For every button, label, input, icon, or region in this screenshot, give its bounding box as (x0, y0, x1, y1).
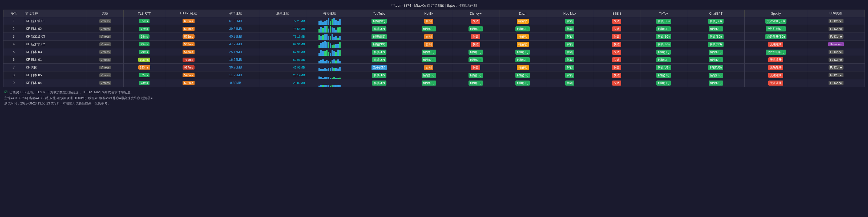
cell-hbo: 解锁 (546, 64, 593, 71)
cell-max-speed: 26.14MB (259, 71, 306, 79)
cell-youtube: 解锁(JP) (353, 56, 405, 64)
cell-spotify: 无法注册 (745, 71, 807, 79)
th-netflix: Netflix (405, 10, 452, 17)
cell-name: KF 新加坡 01 (24, 17, 87, 25)
cell-per-sec (306, 64, 353, 71)
cell-youtube: 解锁(JP) (353, 71, 405, 79)
table-row: 7 KF 美国 Vmess 193ms 987ms 36.76MB 46.91M… (3, 64, 865, 71)
cell-tls-rtt: 98ms (123, 33, 165, 40)
cell-avg-speed: 8.89MB (212, 79, 259, 87)
cell-type: Vmess (87, 48, 123, 56)
th-seq: 序号 (3, 10, 24, 17)
cell-udp: Unknown (807, 40, 865, 48)
cell-https-delay: 531ms (165, 25, 212, 33)
cell-disney: 解锁(JP) (452, 56, 499, 64)
cell-avg-speed: 16.52MB (212, 56, 259, 64)
cell-name: KF 日本 01 (24, 56, 87, 64)
cell-bilibili: 失败 (593, 33, 640, 40)
th-hbo: Hbo Max (546, 10, 593, 17)
cell-avg-speed: 61.92MB (212, 17, 259, 25)
cell-netflix: 自制 (405, 17, 452, 25)
cell-bilibili: 失败 (593, 56, 640, 64)
cell-name: KF 美国 (24, 64, 87, 71)
cell-type: Vmess (87, 71, 123, 79)
cell-name: KF 日本 04 (24, 79, 87, 87)
th-tiktok: TikTok (640, 10, 687, 17)
th-type: 类型 (87, 10, 123, 17)
cell-chatgpt: 解锁(US) (687, 64, 744, 71)
cell-type: Vmess (87, 40, 123, 48)
cell-udp: FullCone (807, 71, 865, 79)
cell-per-sec (306, 40, 353, 48)
cell-seq: 7 (3, 64, 24, 71)
cell-per-sec (306, 71, 353, 79)
cell-netflix: 解锁(JP) (405, 79, 452, 87)
cell-per-sec (306, 33, 353, 40)
cell-dazn: 解锁(JP) (499, 56, 546, 64)
cell-per-sec (306, 79, 353, 87)
cell-netflix: 自制 (405, 64, 452, 71)
cell-spotify: 无法注册 (745, 79, 807, 87)
th-udp: UDP类型 (807, 10, 865, 17)
cell-https-delay: 557ms (165, 40, 212, 48)
title-bar: *.*.com-8874 - MiaoKo 自定义测试 | ffqtest - … (3, 2, 865, 9)
cell-seq: 8 (3, 71, 24, 79)
cell-disney: 解锁(JP) (452, 25, 499, 33)
cell-bilibili: 失败 (593, 17, 640, 25)
cell-dazn: 待解锁 (499, 17, 546, 25)
cell-netflix: 解锁(JP) (405, 25, 452, 33)
cell-youtube: 解锁(JP) (353, 79, 405, 87)
cell-tls-rtt: 108ms (123, 56, 165, 64)
cell-chatgpt: 解锁(JP) (687, 71, 744, 79)
node-info-text: 主端=4.3.3 (696) 喵速=4.3.2 (①东北-哈尔滨联通 [1000… (4, 95, 865, 101)
cell-chatgpt: 解锁(JP) (687, 56, 744, 64)
cell-youtube: 解锁(JP) (353, 48, 405, 56)
cell-chatgpt: 解锁(SG) (687, 33, 744, 40)
table-row: 9 KF 日本 04 Vmess 73ms 608ms 8.89MB 23.80… (3, 79, 865, 87)
cell-netflix: 解锁(JP) (405, 48, 452, 56)
cell-seq: 6 (3, 56, 24, 64)
cell-hbo: 解锁 (546, 33, 593, 40)
cell-spotify: 无法注册 (745, 40, 807, 48)
cell-spotify: 允许注册(JP) (745, 25, 807, 33)
cell-spotify: 允许注册(JP) (745, 48, 807, 56)
cell-bilibili: 失败 (593, 64, 640, 71)
cell-dazn: 解锁(JP) (499, 25, 546, 33)
th-bilibili: BiliBili (593, 10, 640, 17)
cell-youtube: 解锁(JP) (353, 25, 405, 33)
cell-disney: 失败 (452, 17, 499, 25)
cell-disney: 失败 (452, 64, 499, 71)
th-max-speed: 最高速度 (259, 10, 306, 17)
cell-spotify: 无法注册 (745, 56, 807, 64)
table-row: 4 KF 新加坡 02 Vmess 95ms 557ms 47.22MB 69.… (3, 40, 865, 48)
cell-chatgpt: 解锁(SG) (687, 40, 744, 48)
cell-max-speed: 69.91MB (259, 40, 306, 48)
cell-tls-rtt: 193ms (123, 64, 165, 71)
cell-tiktok: 解锁(JP) (640, 71, 687, 79)
cell-netflix: 自制 (405, 40, 452, 48)
cell-seq: 9 (3, 79, 24, 87)
cell-dazn: 解锁(JP) (499, 71, 546, 79)
cell-bilibili: 失败 (593, 40, 640, 48)
cell-youtube: 解锁(SG) (353, 17, 405, 25)
cell-name: KF 日本 02 (24, 25, 87, 33)
cell-seq: 4 (3, 40, 24, 48)
cell-https-delay: 540ms (165, 71, 212, 79)
cell-https-delay: 987ms (165, 64, 212, 71)
cell-https-delay: 761ms (165, 56, 212, 64)
cell-hbo: 解锁 (546, 17, 593, 25)
cell-max-speed: 46.91MB (259, 64, 306, 71)
cell-tls-rtt: 95ms (123, 17, 165, 25)
th-chatgpt: ChatGPT (687, 10, 744, 17)
th-youtube: YouTube (353, 10, 405, 17)
table-body: 1 KF 新加坡 01 Vmess 95ms 653ms 61.92MB 77.… (3, 17, 865, 87)
cell-chatgpt: 解锁(JP) (687, 79, 744, 87)
table-row: 1 KF 新加坡 01 Vmess 95ms 653ms 61.92MB 77.… (3, 17, 865, 25)
cell-hbo: 解锁 (546, 25, 593, 33)
cell-spotify: 允许注册(SG) (745, 33, 807, 40)
table-row: 5 KF 日本 03 Vmess 79ms 547ms 25.17MB 67.9… (3, 48, 865, 56)
cell-seq: 2 (3, 25, 24, 33)
cell-tls-rtt: 82ms (123, 71, 165, 79)
cell-hbo: 解锁 (546, 48, 593, 56)
cell-name: KF 日本 05 (24, 71, 87, 79)
